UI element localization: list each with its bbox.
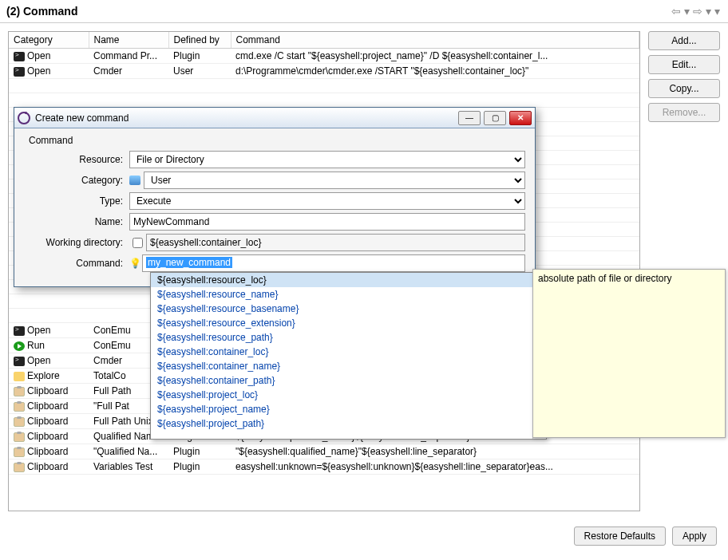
autocomplete-item[interactable]: ${easyshell:resource_basename} xyxy=(151,302,532,316)
restore-defaults-button[interactable]: Restore Defaults xyxy=(574,526,666,546)
footer: Restore Defaults Apply xyxy=(0,519,728,553)
clip-icon xyxy=(14,432,25,442)
autocomplete-list[interactable]: ${easyshell:resource_loc}${easyshell:res… xyxy=(151,273,532,439)
workdir-label: Working directory: xyxy=(24,237,129,248)
suggestion-tooltip: absolute path of file or directory xyxy=(532,269,726,438)
resource-label: Resource: xyxy=(24,154,129,165)
workdir-input[interactable] xyxy=(146,234,525,251)
name-label: Name: xyxy=(24,216,129,227)
copy-button[interactable]: Copy... xyxy=(648,79,720,98)
table-row[interactable] xyxy=(9,79,639,93)
command-input[interactable]: my_new_command xyxy=(142,254,525,272)
clip-icon xyxy=(14,463,25,472)
back-arrow-icon[interactable]: ⇦ xyxy=(671,5,681,18)
autocomplete-item[interactable]: ${easyshell:resource_extension} xyxy=(151,316,532,330)
command-label: Command: xyxy=(24,258,129,269)
type-select[interactable]: Execute xyxy=(129,192,525,210)
add-button[interactable]: Add... xyxy=(648,31,720,50)
folder-icon xyxy=(14,372,25,381)
col-header-name[interactable]: Name xyxy=(89,32,168,49)
terminal-icon xyxy=(14,67,25,77)
clip-icon xyxy=(14,387,25,396)
maximize-button[interactable]: ▢ xyxy=(484,111,506,125)
clip-icon xyxy=(14,402,25,412)
autocomplete-item[interactable]: ${easyshell:project_loc} xyxy=(151,388,532,402)
terminal-icon xyxy=(14,52,25,61)
col-header-command[interactable]: Command xyxy=(231,32,639,49)
table-row[interactable] xyxy=(9,93,639,108)
type-label: Type: xyxy=(24,195,129,207)
forward-arrow-icon[interactable]: ⇨ xyxy=(693,5,702,18)
dialog-titlebar[interactable]: Create new command — ▢ ✕ xyxy=(14,108,535,128)
autocomplete-item[interactable]: ${easyshell:container_name} xyxy=(151,359,532,373)
apply-button[interactable]: Apply xyxy=(672,526,717,546)
run-icon xyxy=(14,341,25,351)
col-header-defined[interactable]: Defined by xyxy=(168,32,231,49)
back-menu-icon[interactable]: ▾ xyxy=(684,5,690,18)
forward-menu-icon[interactable]: ▾ xyxy=(706,5,711,18)
minimize-button[interactable]: — xyxy=(458,111,481,125)
resource-select[interactable]: File or Directory xyxy=(129,151,525,168)
autocomplete-item[interactable]: ${easyshell:project_path} xyxy=(151,416,532,431)
hint-icon: 💡 xyxy=(129,258,140,269)
category-select[interactable]: User xyxy=(144,172,525,189)
table-row[interactable]: ClipboardVariables TestPlugineasyshell:u… xyxy=(9,459,639,475)
name-input[interactable] xyxy=(129,213,525,231)
table-row[interactable]: Clipboard"Qualified Na...Plugin"${easysh… xyxy=(9,444,639,459)
close-button[interactable]: ✕ xyxy=(509,111,532,125)
clip-icon xyxy=(14,417,25,427)
create-command-dialog: Create new command — ▢ ✕ Command Resourc… xyxy=(14,107,536,287)
workdir-checkbox[interactable] xyxy=(133,238,143,248)
remove-button[interactable]: Remove... xyxy=(648,103,720,122)
autocomplete-item[interactable]: ${easyshell:container_loc} xyxy=(151,345,532,359)
autocomplete-item[interactable]: ${easyshell:resource_name} xyxy=(151,287,532,302)
col-header-category[interactable]: Category xyxy=(9,32,89,49)
dialog-title: Create new command xyxy=(35,112,455,124)
category-label: Category: xyxy=(24,175,129,186)
page-title: (2) Command xyxy=(6,5,77,18)
dialog-app-icon xyxy=(18,112,30,124)
user-icon xyxy=(129,175,140,185)
clip-icon xyxy=(14,448,25,457)
autocomplete-item[interactable]: ${easyshell:resource_loc} xyxy=(151,273,532,287)
dialog-body: Command Resource: File or Directory Cate… xyxy=(14,128,535,286)
edit-button[interactable]: Edit... xyxy=(648,55,720,74)
terminal-icon xyxy=(14,326,25,336)
tooltip-text: absolute path of file or directory xyxy=(538,273,671,284)
view-menu-icon[interactable]: ▾ xyxy=(714,5,720,18)
terminal-icon xyxy=(14,357,25,366)
autocomplete-item[interactable]: ${easyshell:container_path} xyxy=(151,373,532,388)
table-row[interactable]: OpenCommand Pr...Plugincmd.exe /C start … xyxy=(9,49,639,64)
autocomplete-item[interactable]: ${easyshell:resource_path} xyxy=(151,330,532,345)
table-row[interactable]: OpenCmderUserd:\Programme\cmder\cmder.ex… xyxy=(9,64,639,79)
autocomplete-popup: ${easyshell:resource_loc}${easyshell:res… xyxy=(150,272,547,440)
header: (2) Command ⇦ ▾ ⇨ ▾ ▾ xyxy=(0,0,728,23)
command-input-value: my_new_command xyxy=(146,257,232,268)
dialog-group-label: Command xyxy=(29,135,525,146)
autocomplete-item[interactable]: ${easyshell:project_name} xyxy=(151,402,532,416)
